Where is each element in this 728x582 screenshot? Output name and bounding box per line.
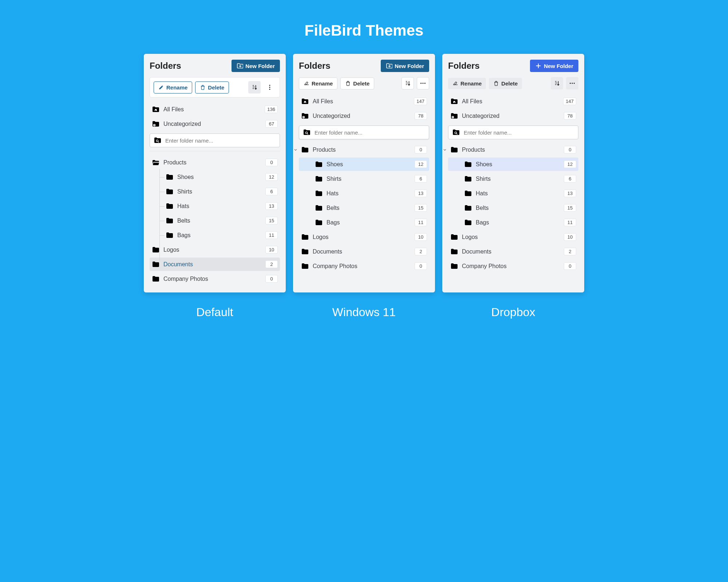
uncategorized-row[interactable]: Uncategorized 78: [299, 109, 429, 123]
search-input[interactable]: [464, 129, 574, 136]
caption-windows11: Windows 11: [293, 306, 435, 319]
folders-heading: Folders: [448, 61, 480, 71]
folder-row-logos[interactable]: Logos 10: [448, 230, 578, 244]
folder-row-documents[interactable]: Documents 2: [448, 245, 578, 258]
search-input[interactable]: [314, 129, 425, 136]
folder-icon: [301, 263, 309, 270]
panel-dropbox: Folders New Folder Rename Delete All Fil…: [442, 54, 584, 292]
uncategorized-folder-icon: [301, 112, 309, 120]
rename-button[interactable]: Rename: [154, 81, 192, 93]
folder-icon: [450, 234, 458, 241]
folder-icon: [166, 188, 174, 195]
trash-icon: [345, 80, 351, 86]
folder-open-icon: [152, 159, 160, 166]
folder-icon: [301, 146, 309, 154]
rename-button[interactable]: Rename: [299, 77, 337, 89]
new-folder-button[interactable]: New Folder: [232, 60, 280, 72]
folder-icon: [464, 190, 472, 197]
folder-row-bags[interactable]: Bags 11: [448, 216, 578, 229]
search-row[interactable]: [150, 133, 280, 147]
folder-row-shirts[interactable]: Shirts 6: [299, 172, 429, 186]
folder-icon: [450, 263, 458, 270]
all-files-count: 147: [414, 97, 427, 105]
folder-row-shirts[interactable]: Shirts 6: [150, 185, 280, 198]
page-title: FileBird Themes: [15, 22, 713, 39]
delete-button[interactable]: Delete: [489, 78, 522, 89]
folder-icon: [166, 203, 174, 210]
folder-row-hats[interactable]: Hats 13: [448, 187, 578, 200]
trash-icon: [200, 84, 206, 90]
all-files-count: 147: [563, 97, 576, 105]
sort-icon: [404, 80, 411, 87]
uncategorized-count: 67: [265, 120, 278, 128]
folder-icon: [315, 190, 323, 197]
search-row[interactable]: [299, 125, 429, 139]
sort-button[interactable]: [551, 77, 563, 89]
folder-row-products[interactable]: Products 0: [150, 156, 280, 169]
more-button[interactable]: [264, 81, 276, 93]
all-files-label: All Files: [313, 98, 333, 105]
panel-windows11: Folders New Folder Rename Delete All Fil…: [293, 54, 435, 292]
new-folder-icon: [237, 63, 243, 69]
sort-button[interactable]: [401, 77, 414, 89]
folder-row-documents[interactable]: Documents 2: [299, 245, 429, 258]
uncategorized-row[interactable]: Uncategorized 78: [448, 109, 578, 123]
uncategorized-folder-icon: [450, 112, 458, 120]
folder-row-belts[interactable]: Belts 15: [448, 201, 578, 215]
rename-button[interactable]: Rename: [448, 78, 486, 89]
folder-row-logos[interactable]: Logos 10: [150, 243, 280, 256]
folder-icon: [152, 275, 160, 283]
chevron-down-icon[interactable]: [442, 147, 447, 152]
all-files-label: All Files: [462, 98, 482, 105]
home-folder-icon: [301, 98, 309, 105]
folder-icon: [315, 204, 323, 212]
caption-dropbox: Dropbox: [442, 306, 584, 319]
folder-icon: [166, 232, 174, 239]
all-files-row[interactable]: All Files 147: [448, 95, 578, 108]
uncategorized-label: Uncategorized: [163, 121, 201, 127]
folder-icon: [166, 217, 174, 224]
sort-icon: [251, 84, 258, 91]
more-button[interactable]: [566, 77, 578, 89]
folder-row-hats[interactable]: Hats 13: [299, 187, 429, 200]
folder-row-shoes[interactable]: Shoes 12: [299, 158, 429, 171]
folders-heading: Folders: [150, 61, 181, 71]
more-horizontal-icon: [420, 80, 426, 87]
sort-button[interactable]: [248, 81, 261, 93]
new-folder-button[interactable]: New Folder: [381, 60, 429, 72]
folder-row-company-photos[interactable]: Company Photos 0: [448, 259, 578, 273]
uncategorized-folder-icon: [152, 120, 160, 128]
panel-default: Folders New Folder Rename Delete All Fil…: [144, 54, 286, 292]
folder-row-company-photos[interactable]: Company Photos 0: [150, 272, 280, 286]
folder-row-logos[interactable]: Logos 10: [299, 230, 429, 244]
folder-icon: [152, 261, 160, 268]
search-input[interactable]: [165, 137, 276, 144]
all-files-row[interactable]: All Files 147: [299, 95, 429, 108]
folder-row-shoes[interactable]: Shoes 12: [448, 158, 578, 171]
folder-row-hats[interactable]: Hats 13: [150, 199, 280, 213]
folder-row-company-photos[interactable]: Company Photos 0: [299, 259, 429, 273]
trash-icon: [493, 80, 499, 86]
folder-icon: [450, 248, 458, 255]
delete-button[interactable]: Delete: [195, 81, 229, 93]
folder-row-shoes[interactable]: Shoes 12: [150, 170, 280, 184]
folder-row-bags[interactable]: Bags 11: [150, 228, 280, 242]
more-button[interactable]: [417, 77, 429, 89]
folder-row-belts[interactable]: Belts 15: [299, 201, 429, 215]
uncategorized-row[interactable]: Uncategorized 67: [150, 117, 280, 131]
folder-row-shirts[interactable]: Shirts 6: [448, 172, 578, 186]
uncategorized-count: 78: [564, 112, 576, 120]
all-files-row[interactable]: All Files 136: [150, 103, 280, 116]
chevron-down-icon[interactable]: [293, 147, 298, 152]
search-row[interactable]: [448, 125, 578, 139]
folders-heading: Folders: [299, 61, 331, 71]
folder-row-bags[interactable]: Bags 11: [299, 216, 429, 229]
folder-row-documents[interactable]: Documents 2: [150, 258, 280, 271]
new-folder-button[interactable]: New Folder: [530, 60, 578, 72]
delete-button[interactable]: Delete: [340, 77, 374, 89]
folder-row-products[interactable]: Products 0: [299, 143, 429, 156]
folder-row-products[interactable]: Products 0: [448, 143, 578, 156]
folder-row-belts[interactable]: Belts 15: [150, 214, 280, 227]
folder-icon: [301, 248, 309, 255]
folder-icon: [464, 161, 472, 168]
